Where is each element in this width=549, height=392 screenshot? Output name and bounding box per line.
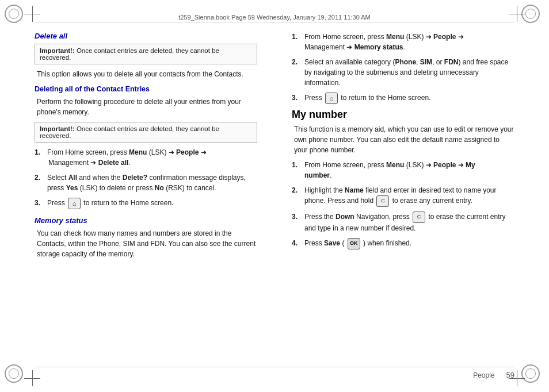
important1-label: Important!: <box>40 47 75 54</box>
footer-page-number: 59 <box>506 371 514 379</box>
ok-button-icon: OK <box>348 238 360 249</box>
header-text: t259_Sienna.book Page 59 Wednesday, Janu… <box>178 14 371 21</box>
body-text-3: You can check how many names and numbers… <box>35 228 257 259</box>
body-text-1: This option allows you to delete all you… <box>35 69 257 79</box>
right-step-1: 1. From Home screen, press Menu (LSK) ➜ … <box>292 32 514 52</box>
left-step-2: 2. Select All and when the Delete? confi… <box>35 172 257 193</box>
left-steps-list: 1. From Home screen, press Menu (LSK) ➜ … <box>35 147 257 209</box>
left-step-3: 3. Press ⌂ to return to the Home screen. <box>35 198 257 209</box>
important2-label: Important!: <box>40 125 75 132</box>
memory-status-title: Memory status <box>35 216 257 225</box>
my-number-title: My number <box>292 109 514 121</box>
left-step-1: 1. From Home screen, press Menu (LSK) ➜ … <box>35 147 257 168</box>
delete-all-title: Delete all <box>35 32 257 40</box>
corner-decoration-br <box>521 364 544 387</box>
right-column: 1. From Home screen, press Menu (LSK) ➜ … <box>283 32 514 360</box>
main-content: Delete all Important!: Once contact entr… <box>35 32 514 360</box>
deleting-entries-title: Deleting all of the Contact Entries <box>35 85 257 93</box>
c-button-icon-2: C <box>413 212 425 223</box>
right-step-3: 3. Press ⌂ to return to the Home screen. <box>292 93 514 104</box>
my-number-step-3: 3. Press the Down Navigation, press C to… <box>292 212 514 233</box>
page-footer: People 59 <box>35 367 514 379</box>
important-box-1: Important!: Once contact entries are del… <box>35 44 257 64</box>
my-number-step-2: 2. Highlight the Name field and enter in… <box>292 185 514 207</box>
my-number-step-1: 1. From Home screen, press Menu (LSK) ➜ … <box>292 160 514 180</box>
my-number-step-4: 4. Press Save ( OK ) when finished. <box>292 238 514 249</box>
footer-word: People <box>473 371 494 379</box>
home-button-icon-1: ⌂ <box>68 198 81 209</box>
corner-decoration-tr <box>521 5 544 28</box>
left-column: Delete all Important!: Once contact entr… <box>35 32 266 360</box>
my-number-steps: 1. From Home screen, press Menu (LSK) ➜ … <box>292 160 514 249</box>
c-button-icon-1: C <box>376 195 389 207</box>
home-button-icon-2: ⌂ <box>325 93 338 104</box>
memory-status-steps: 1. From Home screen, press Menu (LSK) ➜ … <box>292 32 514 104</box>
header-bar: t259_Sienna.book Page 59 Wednesday, Janu… <box>35 13 514 22</box>
important-box-2: Important!: Once contact entries are del… <box>35 122 257 143</box>
right-step-2: 2. Select an available category (Phone, … <box>292 57 514 88</box>
body-text-2: Perform the following procedure to delet… <box>35 97 257 117</box>
page: t259_Sienna.book Page 59 Wednesday, Janu… <box>0 0 549 392</box>
my-number-body: This function is a memory aid, which you… <box>292 124 514 155</box>
